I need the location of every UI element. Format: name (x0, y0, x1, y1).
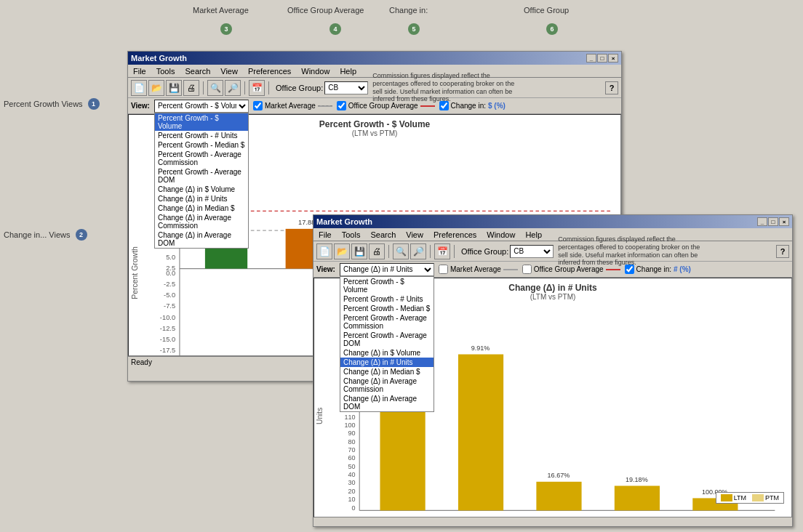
win1-menu-tools[interactable]: Tools (154, 66, 177, 76)
win2-dd-item-8[interactable]: Change (Δ) in Average Commission (340, 376, 434, 394)
win2-titlebar: Market Growth _ □ × (313, 215, 792, 228)
svg-text:10: 10 (348, 496, 356, 503)
win2-tb-sep2 (430, 245, 431, 258)
win2-cb-market[interactable]: Market Average (439, 265, 518, 274)
win1-cb-officegroup-label: Office Group Average (348, 102, 418, 110)
win1-menu-view[interactable]: View (218, 66, 240, 76)
win2-cb-officegroup-input[interactable] (522, 265, 532, 274)
win1-status-text: Ready (131, 358, 152, 366)
win1-tb-sep2 (244, 81, 245, 94)
win1-tb-search[interactable]: 🔍 (207, 80, 223, 96)
win1-changein-value: $ (%) (488, 102, 506, 110)
win1-tb-zoom[interactable]: 🔎 (225, 80, 241, 96)
win2-dd-item-1[interactable]: Percent Growth - # Units (340, 294, 434, 304)
win1-tb-new[interactable]: 📄 (131, 80, 147, 96)
win1-dd-item-3[interactable]: Percent Growth - Average Commission (155, 150, 248, 167)
win2-menu-view[interactable]: View (404, 230, 426, 240)
win1-dd-item-1[interactable]: Percent Growth - # Units (155, 131, 248, 140)
win1-menu-preferences[interactable]: Preferences (246, 66, 293, 76)
win1-close-btn[interactable]: × (608, 54, 618, 63)
win1-cb-market[interactable]: Market Average (253, 101, 332, 110)
win1-dropdown-list[interactable]: Percent Growth - $ Volume Percent Growth… (154, 113, 249, 249)
win1-dd-item-7[interactable]: Change (Δ) in Median $ (155, 203, 248, 213)
win2-dd-item-2[interactable]: Percent Growth - Median $ (340, 304, 434, 313)
win1-cb-changein-input[interactable] (439, 101, 449, 110)
win2-menu-file[interactable]: File (316, 230, 334, 240)
win2-tb-save[interactable]: 💾 (351, 243, 367, 259)
win2-dd-item-7[interactable]: Change (Δ) in Median $ (340, 367, 434, 376)
win2-cb-officegroup[interactable]: Office Group Average (522, 265, 620, 274)
win1-dd-item-8[interactable]: Change (Δ) in Average Commission (155, 213, 248, 230)
win2-maximize-btn[interactable]: □ (768, 217, 778, 226)
win1-cb-market-input[interactable] (253, 101, 263, 110)
win1-dd-item-6[interactable]: Change (Δ) in # Units (155, 194, 248, 203)
win1-menu-window[interactable]: Window (299, 66, 332, 76)
win2-tb-calendar[interactable]: 📅 (434, 243, 450, 259)
win2-officegroup-line (606, 269, 620, 270)
win1-office-group-select[interactable]: CB (324, 81, 368, 94)
top-annotation-area: Market Average Office Group Average Chan… (0, 0, 803, 44)
win2-dropdown-list[interactable]: Percent Growth - $ Volume Percent Growth… (340, 276, 434, 412)
win2-tb-open[interactable]: 📂 (334, 243, 350, 259)
win1-tb-sep1 (203, 81, 204, 94)
win2-menu-preferences[interactable]: Preferences (431, 230, 479, 240)
win2-dd-item-0[interactable]: Percent Growth - $ Volume (340, 277, 434, 294)
win1-cb-officegroup-input[interactable] (337, 101, 346, 110)
win1-office-group-label: Office Group: (276, 84, 323, 92)
win1-minimize-btn[interactable]: _ (586, 54, 596, 63)
win2-cb-changein-input[interactable] (625, 265, 634, 274)
win1-dd-item-0[interactable]: Percent Growth - $ Volume (155, 113, 248, 131)
svg-text:-2.5: -2.5 (164, 281, 175, 288)
win2-cb-market-label: Market Average (450, 265, 501, 273)
win2-help-btn[interactable]: ? (776, 245, 789, 258)
callout-5: 5 (406, 23, 420, 35)
win2-minimize-btn[interactable]: _ (757, 217, 767, 226)
win2-menu-tools[interactable]: Tools (340, 230, 363, 240)
office-group-top-label: Office Group (524, 6, 569, 15)
win1-dd-item-9[interactable]: Change (Δ) in Average DOM (155, 230, 248, 248)
win2-menu-search[interactable]: Search (368, 230, 398, 240)
win1-cb-changein[interactable]: Change in: $ (%) (439, 101, 506, 110)
svg-text:5.0: 5.0 (166, 254, 175, 261)
win1-help-btn[interactable]: ? (605, 81, 618, 94)
win2-titlebar-buttons[interactable]: _ □ × (757, 217, 789, 226)
win2-legend-ltm: LTM (721, 494, 746, 501)
win1-tb-open[interactable]: 📂 (148, 80, 164, 96)
win2-tb-new[interactable]: 📄 (316, 243, 332, 259)
win2-dd-item-9[interactable]: Change (Δ) in Average DOM (340, 394, 434, 411)
win1-maximize-btn[interactable]: □ (597, 54, 607, 63)
win1-menu-help[interactable]: Help (337, 66, 359, 76)
win1-tb-print[interactable]: 🖨 (183, 80, 199, 96)
win2-view-select[interactable]: Change (Δ) in # Units (340, 263, 434, 276)
win1-tb-save[interactable]: 💾 (166, 80, 182, 96)
win2-dd-item-5[interactable]: Change (Δ) in $ Volume (340, 348, 434, 358)
win2-tb-print[interactable]: 🖨 (369, 243, 385, 259)
win2-cb-officegroup-label: Office Group Average (534, 265, 604, 273)
win2-dd-item-3[interactable]: Percent Growth - Average Commission (340, 313, 434, 331)
svg-text:70: 70 (348, 446, 356, 454)
win2-view-dropdown-container: Change (Δ) in # Units Percent Growth - $… (340, 263, 434, 276)
win1-view-select[interactable]: Percent Growth - $ Volume (154, 100, 249, 113)
win2-dd-item-4[interactable]: Percent Growth - Average DOM (340, 331, 434, 348)
change-in-views-label: Change in... Views 2 (4, 229, 87, 241)
svg-text:30: 30 (348, 479, 356, 486)
win2-menu-help[interactable]: Help (523, 230, 544, 240)
win2-close-btn[interactable]: × (779, 217, 789, 226)
win1-dd-item-2[interactable]: Percent Growth - Median $ (155, 140, 248, 150)
win2-view-row: View: Change (Δ) in # Units Percent Grow… (313, 262, 792, 278)
win2-office-group-select[interactable]: CB (510, 245, 554, 258)
win2-dd-item-6[interactable]: Change (Δ) in # Units (340, 358, 434, 367)
win1-tb-calendar[interactable]: 📅 (249, 80, 265, 96)
win1-titlebar-buttons[interactable]: _ □ × (586, 54, 618, 63)
win1-cb-officegroup[interactable]: Office Group Average (337, 101, 435, 110)
win1-dd-item-4[interactable]: Percent Growth - Average DOM (155, 167, 248, 185)
win2-cb-changein[interactable]: Change in: # (%) (625, 265, 691, 274)
win1-menu-search[interactable]: Search (183, 66, 212, 76)
win2-tb-search[interactable]: 🔍 (393, 243, 409, 259)
svg-text:80: 80 (348, 438, 356, 446)
win2-menu-window[interactable]: Window (484, 230, 517, 240)
win1-menu-file[interactable]: File (131, 66, 148, 76)
win2-tb-zoom[interactable]: 🔎 (410, 243, 426, 259)
win2-cb-market-input[interactable] (439, 265, 448, 274)
win1-dd-item-5[interactable]: Change (Δ) in $ Volume (155, 185, 248, 194)
